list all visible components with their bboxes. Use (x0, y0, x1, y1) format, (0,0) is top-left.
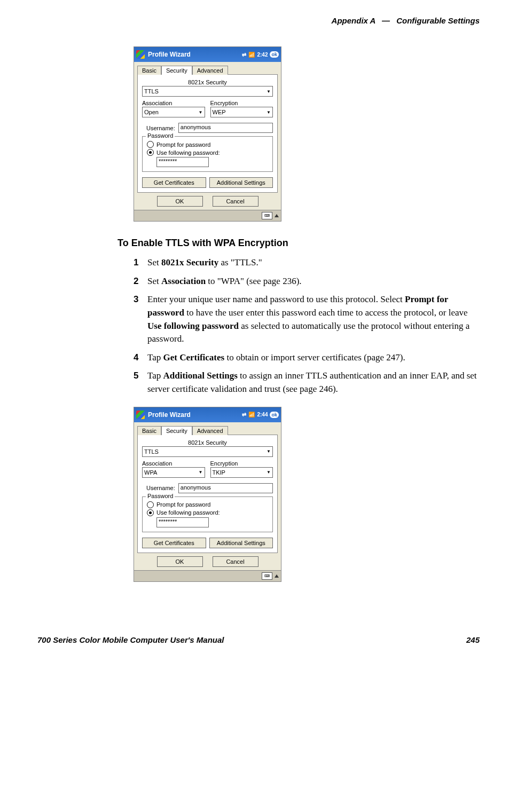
titlebar: Profile Wizard ⇄ 📶 2:42 ok (134, 47, 281, 62)
screenshot-1: Profile Wizard ⇄ 📶 2:42 ok Basic Securit… (134, 46, 480, 222)
label-username: Username: (146, 125, 175, 131)
window-title: Profile Wizard (148, 411, 191, 419)
label-use-following: Use following password: (156, 509, 220, 516)
page-footer: 700 Series Color Mobile Computer User's … (37, 635, 480, 644)
volume-icon[interactable]: 📶 (248, 52, 255, 58)
dropdown-association[interactable]: Open ▼ (142, 107, 205, 117)
radio-prompt[interactable] (147, 501, 154, 508)
header-appendix: Appendix A (332, 16, 375, 25)
label-prompt: Prompt for password (156, 501, 210, 508)
username-input[interactable]: anonymous (178, 123, 273, 133)
get-certificates-button[interactable]: Get Certificates (142, 177, 206, 188)
additional-settings-button[interactable]: Additional Settings (209, 177, 273, 188)
password-input[interactable]: ******** (156, 517, 209, 527)
additional-settings-button[interactable]: Additional Settings (209, 538, 273, 548)
keyboard-icon[interactable]: ⌨ (262, 572, 272, 580)
tab-content: 8021x Security TTLS ▼ Association Open ▼… (137, 74, 278, 193)
ok-titlebar-button[interactable]: ok (270, 51, 279, 58)
chevron-down-icon: ▼ (267, 110, 271, 115)
chevron-down-icon: ▼ (267, 449, 271, 454)
dropdown-8021x[interactable]: TTLS ▼ (142, 446, 273, 457)
steps-list: 1 Set 8021x Security as "TTLS." 2 Set As… (134, 256, 480, 396)
tab-advanced[interactable]: Advanced (192, 426, 228, 435)
window-title: Profile Wizard (148, 51, 191, 58)
screenshot-2: Profile Wizard ⇄ 📶 2:44 ok Basic Securit… (134, 407, 480, 582)
password-legend: Password (146, 493, 175, 499)
label-association: Association (142, 100, 205, 106)
password-group: Password Prompt for password Use followi… (142, 136, 273, 172)
label-8021x: 8021x Security (142, 79, 273, 85)
tab-bar: Basic Security Advanced (134, 422, 281, 435)
tab-security[interactable]: Security (161, 426, 192, 435)
up-arrow-icon[interactable] (275, 574, 279, 578)
sip-bar: ⌨ (134, 570, 281, 581)
radio-use-following[interactable] (147, 149, 154, 156)
label-prompt: Prompt for password (156, 141, 210, 148)
keyboard-icon[interactable]: ⌨ (262, 212, 272, 219)
connectivity-icon[interactable]: ⇄ (242, 412, 246, 417)
step-3: 3 Enter your unique user name and passwo… (134, 293, 480, 346)
chevron-down-icon: ▼ (267, 470, 271, 475)
header-title: Configurable Settings (396, 16, 480, 25)
label-encryption: Encryption (210, 100, 273, 106)
get-certificates-button[interactable]: Get Certificates (142, 538, 206, 548)
step-1: 1 Set 8021x Security as "TTLS." (134, 256, 480, 270)
footer-page: 245 (466, 635, 480, 644)
password-input[interactable]: ******** (156, 157, 209, 167)
step-4: 4 Tap Get Certificates to obtain or impo… (134, 351, 480, 365)
section-heading: To Enable TTLS with WPA Encryption (118, 238, 480, 249)
clock[interactable]: 2:42 (257, 52, 268, 58)
password-group: Password Prompt for password Use followi… (142, 496, 273, 532)
radio-use-following[interactable] (147, 509, 154, 516)
cancel-button[interactable]: Cancel (213, 556, 258, 567)
tab-content: 8021x Security TTLS ▼ Association WPA ▼ … (137, 435, 278, 553)
ok-button[interactable]: OK (157, 556, 203, 567)
page-header: Appendix A — Configurable Settings (37, 16, 480, 25)
windows-start-icon[interactable] (136, 411, 145, 419)
username-input[interactable]: anonymous (178, 483, 273, 493)
step-5: 5 Tap Additional Settings to assign an i… (134, 369, 480, 396)
chevron-down-icon: ▼ (267, 89, 271, 94)
chevron-down-icon: ▼ (199, 470, 203, 475)
dropdown-8021x[interactable]: TTLS ▼ (142, 86, 273, 97)
label-encryption: Encryption (210, 460, 273, 467)
step-2: 2 Set Association to "WPA" (see page 236… (134, 275, 480, 288)
cancel-button[interactable]: Cancel (213, 196, 258, 207)
footer-manual: 700 Series Color Mobile Computer User's … (37, 635, 224, 644)
dropdown-encryption[interactable]: WEP ▼ (210, 107, 273, 117)
tab-basic[interactable]: Basic (137, 66, 161, 75)
tab-advanced[interactable]: Advanced (192, 66, 228, 75)
label-username: Username: (146, 485, 175, 491)
ok-button[interactable]: OK (157, 196, 203, 207)
dropdown-encryption[interactable]: TKIP ▼ (210, 467, 273, 478)
clock[interactable]: 2:44 (257, 412, 268, 417)
label-association: Association (142, 460, 205, 467)
up-arrow-icon[interactable] (275, 214, 279, 217)
ok-titlebar-button[interactable]: ok (270, 412, 279, 418)
header-sep: — (382, 16, 390, 25)
connectivity-icon[interactable]: ⇄ (242, 52, 246, 58)
tab-bar: Basic Security Advanced (134, 62, 281, 74)
sip-bar: ⌨ (134, 210, 281, 221)
titlebar: Profile Wizard ⇄ 📶 2:44 ok (134, 407, 281, 422)
radio-prompt[interactable] (147, 141, 154, 148)
label-use-following: Use following password: (156, 149, 220, 156)
label-8021x: 8021x Security (142, 439, 273, 446)
windows-start-icon[interactable] (136, 50, 145, 59)
volume-icon[interactable]: 📶 (248, 412, 255, 417)
tab-security[interactable]: Security (161, 66, 192, 75)
chevron-down-icon: ▼ (199, 110, 203, 115)
dropdown-association[interactable]: WPA ▼ (142, 467, 205, 478)
tab-basic[interactable]: Basic (137, 426, 161, 435)
password-legend: Password (146, 132, 175, 139)
